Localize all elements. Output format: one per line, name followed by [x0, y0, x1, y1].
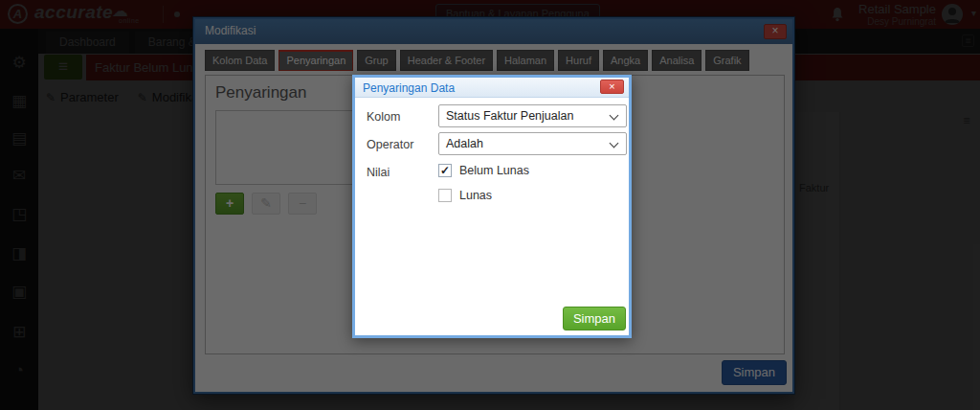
- dialog-close-button[interactable]: ×: [600, 80, 624, 94]
- kolom-select-value: Status Faktur Penjualan: [446, 109, 573, 123]
- checkbox-label: Lunas: [459, 189, 492, 202]
- dialog-save-button[interactable]: Simpan: [563, 307, 626, 330]
- app-screen: A accurate ☁ online Bantuan & Layanan Pe…: [0, 0, 980, 410]
- operator-select-value: Adalah: [446, 137, 483, 150]
- chevron-down-icon: [610, 139, 619, 148]
- kolom-label: Kolom: [367, 110, 400, 124]
- chevron-down-icon: [610, 111, 619, 121]
- operator-label: Operator: [367, 138, 413, 151]
- operator-select[interactable]: Adalah: [438, 132, 627, 155]
- checkbox-checked-icon[interactable]: ✓: [438, 164, 452, 177]
- nilai-label: Nilai: [367, 166, 390, 179]
- kolom-select[interactable]: Status Faktur Penjualan: [438, 104, 627, 127]
- dialog-title: Penyaringan Data: [363, 81, 455, 95]
- nilai-option-belum-lunas: ✓Belum Lunas: [438, 163, 529, 177]
- penyaringan-data-dialog: Penyaringan Data × Kolom Status Faktur P…: [352, 75, 632, 338]
- checkbox-label: Belum Lunas: [459, 164, 529, 177]
- checkbox-unchecked-icon[interactable]: [438, 189, 452, 202]
- nilai-option-lunas: Lunas: [438, 188, 529, 202]
- nilai-options: ✓Belum LunasLunas: [438, 163, 529, 213]
